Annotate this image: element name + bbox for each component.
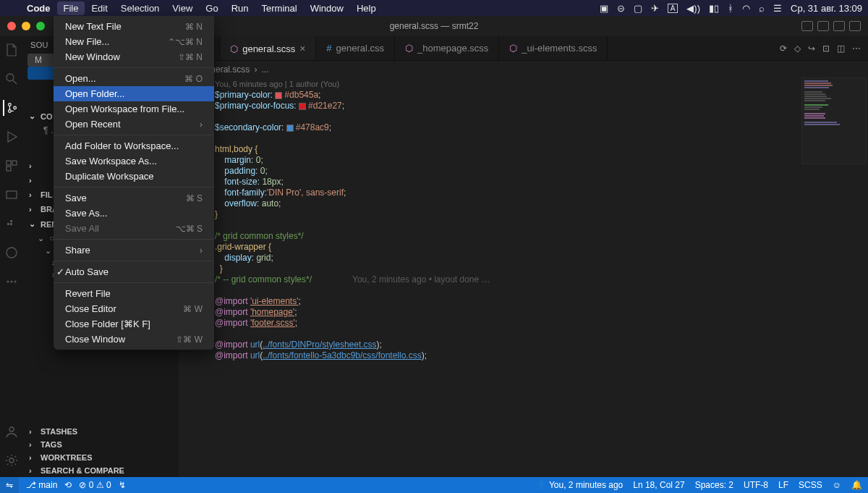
control-center-icon[interactable]: ☰ xyxy=(773,3,782,14)
menu-close-window[interactable]: Close Window⇧⌘ W xyxy=(54,332,214,347)
menu-save[interactable]: Save⌘ S xyxy=(54,190,214,206)
menu-save-all[interactable]: Save All⌥⌘ S xyxy=(54,221,214,236)
layout-secondary-sidebar-icon[interactable] xyxy=(833,21,845,31)
menubar-selection[interactable]: Selection xyxy=(114,3,166,14)
section-tags[interactable]: ›TAGS xyxy=(23,438,179,451)
account-icon[interactable] xyxy=(4,424,20,439)
remote-icon[interactable] xyxy=(4,187,20,203)
diff-icon[interactable]: ⟳ xyxy=(780,43,787,54)
menubar-window[interactable]: Window xyxy=(304,3,350,14)
indentation[interactable]: Spaces: 2 xyxy=(695,480,733,490)
menu-close-folder[interactable]: Close Folder [⌘K F] xyxy=(54,316,214,332)
more-actions-icon[interactable]: ⋯ xyxy=(852,43,861,54)
layout-panel-icon[interactable] xyxy=(817,21,829,31)
section-stashes[interactable]: ›STASHES xyxy=(23,425,179,438)
tab-general-scss[interactable]: ⬡general.scss× xyxy=(220,36,316,60)
menu-duplicate-workspace[interactable]: Duplicate Workspace xyxy=(54,169,214,184)
search-icon[interactable] xyxy=(4,71,20,87)
minimap[interactable] xyxy=(801,77,867,164)
feedback-icon[interactable]: ☺ xyxy=(833,480,841,490)
code-lens[interactable]: You, 6 minutes ago | 1 author (You) xyxy=(215,79,868,90)
tab-ui-elements-scss[interactable]: ⬡_ui-elements.scss xyxy=(499,36,608,60)
menubar-terminal[interactable]: Terminal xyxy=(255,3,304,14)
layout-primary-sidebar-icon[interactable] xyxy=(801,21,813,31)
git-branch[interactable]: ⎇ main xyxy=(26,480,57,490)
bt-icon[interactable]: ᚼ xyxy=(728,3,733,14)
source-control-icon[interactable] xyxy=(3,100,19,116)
cursor-position[interactable]: Ln 18, Col 27 xyxy=(633,480,684,490)
menu-new-window[interactable]: New Window⇧⌘ N xyxy=(54,49,214,64)
spotlight-icon[interactable]: ⌕ xyxy=(759,3,765,14)
tab-general-css[interactable]: #general.css xyxy=(316,36,395,60)
svg-point-12 xyxy=(7,248,17,258)
wifi-icon[interactable]: ◠ xyxy=(742,3,750,14)
svg-point-17 xyxy=(9,458,14,463)
minimize-window-button[interactable] xyxy=(22,22,30,30)
menu-open-folder[interactable]: Open Folder... xyxy=(54,86,214,101)
tray-icon[interactable]: ▣ xyxy=(600,3,608,14)
run-debug-icon[interactable] xyxy=(4,129,20,145)
section-worktrees[interactable]: ›WORKTREES xyxy=(23,451,179,464)
port-forward[interactable]: ↯ xyxy=(119,480,126,490)
menu-new-file[interactable]: New File...⌃⌥⌘ N xyxy=(54,34,214,49)
breadcrumb[interactable]: ⬡ general.scss › ... xyxy=(179,61,868,77)
dnd-icon[interactable]: ⊝ xyxy=(617,3,625,14)
menu-revert-file[interactable]: Revert File xyxy=(54,286,214,301)
menu-close-editor[interactable]: Close Editor⌘ W xyxy=(54,301,214,316)
split-editor-icon[interactable]: ◫ xyxy=(837,43,845,54)
menubar-help[interactable]: Help xyxy=(350,3,383,14)
menu-open-workspace[interactable]: Open Workspace from File... xyxy=(54,101,214,117)
menu-save-as[interactable]: Save As... xyxy=(54,206,214,221)
screen-icon[interactable]: ▢ xyxy=(634,3,642,14)
compare-icon[interactable]: ◇ xyxy=(794,43,801,54)
svg-rect-10 xyxy=(10,223,12,225)
css-icon: # xyxy=(326,43,331,54)
menubar-edit[interactable]: Edit xyxy=(85,3,114,14)
gitlens-icon[interactable] xyxy=(4,245,20,261)
remote-indicator[interactable]: ⇋ xyxy=(0,477,19,493)
menubar-go[interactable]: Go xyxy=(199,3,224,14)
menubar-file[interactable]: File xyxy=(57,1,85,15)
battery-icon[interactable]: ▮▯ xyxy=(709,3,719,14)
menubar-datetime[interactable]: Ср, 31 авг. 13:09 xyxy=(791,3,862,14)
input-icon[interactable]: А xyxy=(668,4,678,13)
menubar-view[interactable]: View xyxy=(166,3,199,14)
close-tab-icon[interactable]: × xyxy=(299,43,305,54)
settings-icon[interactable] xyxy=(4,452,20,468)
notifications-icon[interactable]: 🔔 xyxy=(851,480,862,490)
menu-open[interactable]: Open...⌘ O xyxy=(54,71,214,86)
menu-open-recent[interactable]: Open Recent› xyxy=(54,117,214,132)
language-mode[interactable]: SCSS xyxy=(799,480,822,490)
file-menu-dropdown: New Text File⌘ N New File...⌃⌥⌘ N New Wi… xyxy=(54,16,214,350)
encoding[interactable]: UTF-8 xyxy=(744,480,768,490)
close-window-button[interactable] xyxy=(7,22,16,30)
git-sync[interactable]: ⟲ xyxy=(64,480,72,490)
code-editor[interactable]: 23 24 25 You, 6 minutes ago | 1 author (… xyxy=(179,77,868,477)
menu-add-folder[interactable]: Add Folder to Workspace... xyxy=(54,138,214,153)
section-search[interactable]: ›SEARCH & COMPARE xyxy=(23,464,179,477)
editor-tabs: .html ⬡general.scss× #general.css ⬡_home… xyxy=(179,36,868,61)
menubar-app[interactable]: Code xyxy=(20,3,57,14)
history-icon[interactable]: ⊡ xyxy=(822,43,830,54)
svg-point-15 xyxy=(14,281,17,283)
explorer-icon[interactable] xyxy=(4,42,20,58)
menu-save-workspace-as[interactable]: Save Workspace As... xyxy=(54,153,214,169)
menu-share[interactable]: Share› xyxy=(54,243,214,258)
color-swatch xyxy=(286,125,294,132)
layout-customize-icon[interactable] xyxy=(849,21,861,31)
tab-homepage-scss[interactable]: ⬡_homepage.scss xyxy=(395,36,499,60)
blame-status[interactable]: 👤 You, 2 minutes ago xyxy=(536,480,623,490)
menu-new-text-file[interactable]: New Text File⌘ N xyxy=(54,19,214,34)
more-icon[interactable] xyxy=(4,274,20,290)
extensions-icon[interactable] xyxy=(4,158,20,174)
arrow-icon[interactable]: ↪ xyxy=(808,43,815,54)
traffic-lights xyxy=(7,22,45,30)
menu-auto-save[interactable]: ✓Auto Save xyxy=(54,264,214,279)
volume-icon[interactable]: ◀)) xyxy=(686,3,700,14)
eol[interactable]: LF xyxy=(778,480,788,490)
problems[interactable]: ⊘ 0 ⚠ 0 xyxy=(79,480,111,490)
maximize-window-button[interactable] xyxy=(36,22,45,30)
docker-icon[interactable] xyxy=(4,216,20,232)
telegram-icon[interactable]: ✈ xyxy=(651,3,659,14)
menubar-run[interactable]: Run xyxy=(225,3,255,14)
